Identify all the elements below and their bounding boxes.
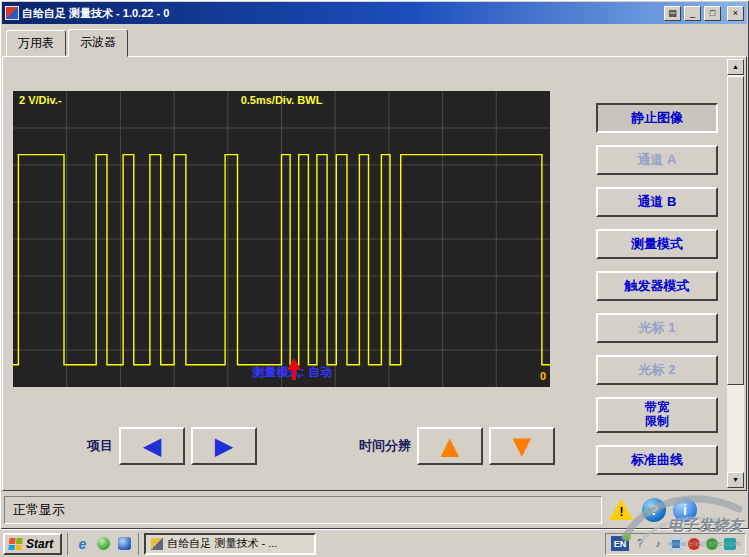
warning-button[interactable]: ! (608, 498, 635, 522)
bandwidth-limit-button[interactable]: 带宽 限制 (596, 397, 718, 433)
mail-icon[interactable] (115, 535, 133, 553)
language-indicator[interactable]: EN (611, 536, 629, 551)
time-per-div-label: 0.5ms/Div. BWL (241, 94, 323, 106)
status-bar: 正常显示 ! ? i (2, 491, 747, 527)
status-message: 正常显示 (13, 501, 65, 519)
help-button[interactable]: ? (642, 498, 666, 522)
measure-mode-button[interactable]: 测量模式 (596, 229, 718, 259)
tab-multimeter[interactable]: 万用表 (6, 30, 66, 56)
maximize-button[interactable]: □ (704, 6, 721, 21)
tray-antivirus-icon[interactable] (687, 537, 701, 551)
scroll-up-icon[interactable]: ▲ (727, 59, 744, 75)
tray-volume-icon[interactable]: ♪ (651, 537, 665, 551)
taskbar-app-button[interactable]: 自给自足 测量技术 - ... (144, 533, 316, 555)
taskbar: Start e 自给自足 测量技术 - ... EN ? ♪ (0, 529, 749, 557)
right-arrow-icon: ▶ (215, 434, 233, 458)
window-title: 自给自足 测量技术 - 1.0.22 - 0 (22, 6, 661, 21)
app-window: 自给自足 测量技术 - 1.0.22 - 0 ▤ _ □ × 万用表 示波器 2… (0, 0, 749, 529)
standard-curve-button[interactable]: 标准曲线 (596, 445, 718, 475)
up-arrow-icon: ▲ (441, 434, 459, 458)
internet-explorer-icon[interactable]: e (73, 535, 91, 553)
start-label: Start (26, 537, 53, 551)
tray-network-icon[interactable] (723, 537, 737, 551)
channel-a-button[interactable]: 通道 A (596, 145, 718, 175)
freeze-image-button[interactable]: 静止图像 (596, 103, 718, 133)
scrollbar-thumb[interactable] (727, 76, 744, 385)
start-button[interactable]: Start (3, 533, 62, 555)
tray-help-icon[interactable]: ? (633, 537, 647, 551)
left-arrow-icon: ◀ (143, 434, 161, 458)
softkey-panel: 静止图像 通道 A 通道 B 测量模式 触发器模式 光标 1 光标 2 带宽 限… (596, 103, 718, 475)
onscreen-keyboard-button[interactable]: ▤ (664, 6, 681, 21)
tab-oscilloscope[interactable]: 示波器 (68, 29, 128, 57)
quick-launch: e (67, 533, 139, 555)
time-resolution-down-button[interactable]: ▼ (489, 427, 555, 465)
trigger-marker-icon (287, 358, 301, 382)
status-panel: 正常显示 (4, 496, 602, 524)
scroll-down-icon[interactable]: ▼ (727, 472, 744, 488)
time-resolution-up-button[interactable]: ▲ (417, 427, 483, 465)
title-bar: 自给自足 测量技术 - 1.0.22 - 0 ▤ _ □ × (2, 2, 747, 24)
windows-logo-icon (8, 538, 22, 550)
task-app-label: 自给自足 测量技术 - ... (167, 536, 277, 551)
item-next-button[interactable]: ▶ (191, 427, 257, 465)
trigger-mode-button[interactable]: 触发器模式 (596, 271, 718, 301)
time-resolution-label: 时间分辨 (359, 437, 411, 455)
item-previous-button[interactable]: ◀ (119, 427, 185, 465)
zero-level-label: 0 (540, 370, 546, 382)
tray-display-icon[interactable] (669, 537, 683, 551)
down-arrow-icon: ▼ (513, 434, 531, 458)
app-icon (5, 6, 19, 20)
status-icons: ! ? i (608, 498, 697, 522)
oscilloscope-page: 2 V/Div.- 0.5ms/Div. BWL 测量模式: 自动 0 静止图像… (2, 56, 747, 491)
ie-glyph: e (78, 536, 86, 552)
bottom-controls: 项目 ◀ ▶ 时间分辨 ▲ ▼ (3, 425, 583, 467)
system-tray: EN ? ♪ (605, 533, 746, 555)
tab-bar: 万用表 示波器 (2, 24, 747, 56)
desktop: 自给自足 测量技术 - 1.0.22 - 0 ▤ _ □ × 万用表 示波器 2… (0, 0, 749, 557)
minimize-button[interactable]: _ (684, 6, 701, 21)
channel-b-button[interactable]: 通道 B (596, 187, 718, 217)
item-label: 项目 (87, 437, 113, 455)
volts-per-div-label: 2 V/Div.- (19, 94, 62, 106)
media-player-icon[interactable] (94, 535, 112, 553)
cursor-1-button[interactable]: 光标 1 (596, 313, 718, 343)
scope-waveform-svg (13, 91, 550, 387)
oscilloscope-display: 2 V/Div.- 0.5ms/Div. BWL 测量模式: 自动 0 (13, 91, 550, 387)
tray-status-icon[interactable] (705, 537, 719, 551)
warning-glyph: ! (608, 505, 635, 519)
cursor-2-button[interactable]: 光标 2 (596, 355, 718, 385)
vertical-scrollbar[interactable]: ▲ ▼ (727, 59, 744, 488)
info-button[interactable]: i (673, 498, 697, 522)
close-button[interactable]: × (727, 6, 744, 21)
task-app-icon (151, 538, 163, 550)
